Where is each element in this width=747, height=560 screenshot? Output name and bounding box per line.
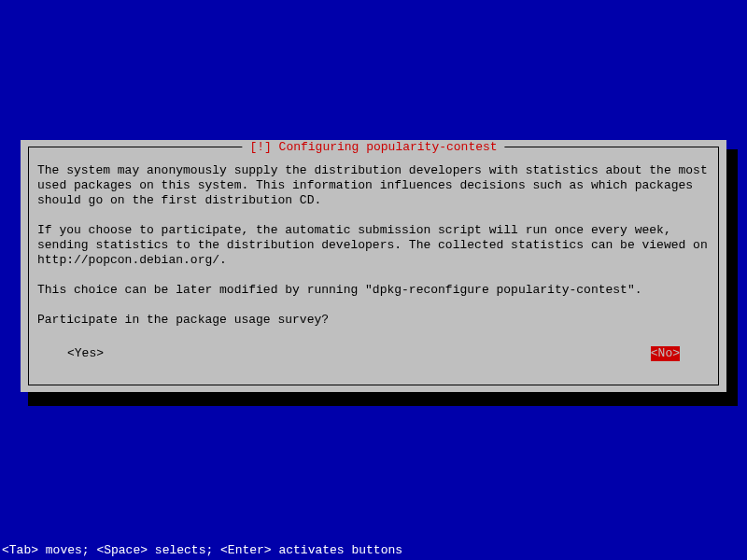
dialog-paragraph-3: This choice can be later modified by run… — [37, 283, 710, 298]
no-button[interactable]: <No> — [651, 346, 680, 361]
dialog-paragraph-1: The system may anonymously supply the di… — [37, 163, 710, 208]
dialog-button-row: <Yes> <No> — [37, 346, 710, 361]
dialog-content: The system may anonymously supply the di… — [37, 163, 710, 343]
dialog-paragraph-2: If you choose to participate, the automa… — [37, 223, 710, 268]
yes-button[interactable]: <Yes> — [67, 346, 104, 361]
dialog-prompt: Participate in the package usage survey? — [37, 313, 710, 328]
dialog-title: [!] Configuring popularity-contest — [242, 140, 504, 155]
status-bar: <Tab> moves; <Space> selects; <Enter> ac… — [2, 543, 402, 558]
